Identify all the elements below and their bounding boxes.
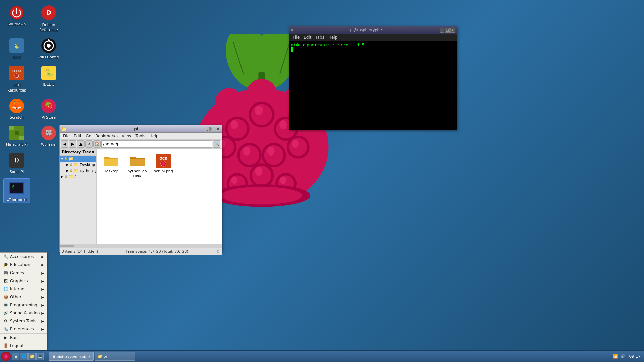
menu-item-internet[interactable]: 🌐 Internet ▶ xyxy=(0,285,47,293)
run-label: Run xyxy=(10,335,18,340)
fm-menu-file[interactable]: File xyxy=(61,133,72,139)
fm-address-bar[interactable]: /home/pi xyxy=(101,140,212,148)
desktop-icon-ocr[interactable]: OCR OCRResources xyxy=(3,64,30,94)
other-icon: 📦 xyxy=(3,294,8,300)
menu-item-system-tools[interactable]: ⚙ System Tools ▶ xyxy=(0,317,47,325)
taskbar-quick-terminal[interactable]: 💻 xyxy=(36,353,44,360)
menu-item-logout[interactable]: 🚪 Logout xyxy=(0,342,47,350)
fm-menu-edit[interactable]: Edit xyxy=(72,133,84,139)
terminal-cursor-line xyxy=(291,47,455,53)
menu-item-programming[interactable]: 💻 Programming ▶ xyxy=(0,301,47,309)
desktop-icon-shutdown[interactable]: Shutdown xyxy=(3,3,30,34)
desktop-icon-pistore[interactable]: 🍓 Pi Store xyxy=(35,97,62,121)
fm-status-icon: ⚙ xyxy=(217,250,220,253)
games-icon: 🎮 xyxy=(3,270,8,276)
taskbar-start-btn[interactable] xyxy=(1,352,11,361)
terminal-menu-help[interactable]: Help xyxy=(326,35,339,40)
menu-item-accessories[interactable]: 🔧 Accessories ▶ xyxy=(0,253,47,261)
fm-close-btn[interactable]: ✕ xyxy=(216,127,220,131)
menu-item-sound-video[interactable]: 🔊 Sound & Video ▶ xyxy=(0,309,47,317)
terminal-prompt-line: pi@raspberrypi:~$ scrot -d 5 xyxy=(291,42,455,47)
taskbar-quick-show-desktop[interactable]: 🖥 xyxy=(12,353,19,360)
fm-back-btn[interactable]: ◀ xyxy=(61,140,68,148)
desktop-icon-wolfram[interactable]: 🐺 Wolfram xyxy=(35,124,62,148)
ocr-label: OCRResources xyxy=(7,83,26,93)
fm-tree-item-desktop[interactable]: ▶ 🔒 📁 Desktop xyxy=(65,162,96,168)
fm-menu-help[interactable]: Help xyxy=(147,133,160,139)
terminal-menu-edit[interactable]: Edit xyxy=(302,35,313,40)
desktop-icon-debian[interactable]: D DebianReference xyxy=(35,3,62,34)
fm-search-btn[interactable]: 🔍 xyxy=(213,140,220,148)
fm-tree-item-pi[interactable]: ▼ 🔒 📁 pi xyxy=(60,156,96,162)
menu-item-graphics[interactable]: 🖼 Graphics ▶ xyxy=(0,277,47,285)
desktop-icon-scratch[interactable]: 🦊 Scratch xyxy=(3,97,30,121)
menu-item-education[interactable]: 🎓 Education ▶ xyxy=(0,261,47,269)
fm-forward-btn[interactable]: ▶ xyxy=(69,140,76,148)
fm-menu-go[interactable]: Go xyxy=(84,133,93,139)
fm-scrollbar-h[interactable] xyxy=(60,244,222,248)
desktop-icon-idle3[interactable]: 🐍 IDLE 3 xyxy=(35,64,62,94)
fm-menu-view[interactable]: View xyxy=(120,133,133,139)
fm-up-btn[interactable]: ▲ xyxy=(77,140,85,148)
ocr-pi-file-icon: OCR xyxy=(155,153,171,169)
pi-lock-icon: 🔒 xyxy=(64,157,68,160)
app-menu: 🔧 Accessories ▶ 🎓 Education ▶ 🎮 Games ▶ … xyxy=(0,252,47,350)
fm-menu-bookmarks[interactable]: Bookmarks xyxy=(93,133,120,139)
fm-status-space: Free space: 4.7 GB (Total: 7.6 GB) xyxy=(126,249,189,254)
taskbar-quick-files[interactable]: 📁 xyxy=(28,353,36,360)
games-arrow: ▶ xyxy=(41,271,44,275)
menu-item-run[interactable]: ▶ Run xyxy=(0,333,47,342)
fm-file-ocr-pi[interactable]: OCR ocr_pi.png xyxy=(152,152,175,179)
terminal-close-btn[interactable]: ✕ xyxy=(450,28,455,33)
menu-left-preferences: 🔩 Preferences xyxy=(3,326,34,332)
fm-file-python-games[interactable]: python_games xyxy=(125,152,149,179)
desktop-icon-row-7: $_ LXTerminal xyxy=(3,178,62,203)
desktop-tree-label: Desktop xyxy=(80,163,95,167)
debian-icon: D xyxy=(41,5,57,21)
desktop-icon-row-6: )) Sonic Pi xyxy=(3,151,62,175)
desktop-icon-idle[interactable]: 🐍 IDLE xyxy=(3,36,30,61)
fm-scrollbar-thumb[interactable] xyxy=(60,245,74,247)
python-lock-icon: 🔒 xyxy=(69,169,73,172)
graphics-arrow: ▶ xyxy=(41,279,44,283)
svg-point-45 xyxy=(231,120,238,129)
terminal-menu-file[interactable]: File xyxy=(291,35,302,40)
menu-item-preferences[interactable]: 🔩 Preferences ▶ xyxy=(0,325,47,333)
desktop-icon-lxterminal[interactable]: $_ LXTerminal xyxy=(3,178,30,203)
desktop-icon-minecraft[interactable]: Minecraft Pi xyxy=(3,124,30,148)
fm-home-btn[interactable]: 🏠 xyxy=(93,140,101,148)
fm-tree-item-python-games[interactable]: ▶ 🔒 📁 python_games xyxy=(65,168,96,174)
menu-left-games: 🎮 Games xyxy=(3,270,24,276)
desktop-icon-wifi[interactable]: WiFi Config xyxy=(35,36,62,61)
fm-tree-item-root[interactable]: ▶ 🔒 📁 / xyxy=(60,174,96,180)
desktop-icon-sonicpi[interactable]: )) Sonic Pi xyxy=(3,151,30,175)
games-label: Games xyxy=(10,270,24,275)
pistore-icon: 🍓 xyxy=(41,98,57,114)
terminal-minimize-btn[interactable]: _ xyxy=(440,28,444,33)
education-arrow: ▶ xyxy=(41,263,44,267)
fm-reload-btn[interactable]: ↺ xyxy=(85,140,93,148)
svg-point-63 xyxy=(255,167,263,176)
menu-item-games[interactable]: 🎮 Games ▶ xyxy=(0,269,47,277)
terminal-content[interactable]: pi@raspberrypi:~$ scrot -d 5 xyxy=(289,41,457,129)
fm-menu-tools[interactable]: Tools xyxy=(133,133,148,139)
system-tools-label: System Tools xyxy=(10,319,36,323)
fm-minimize-btn[interactable]: _ xyxy=(205,127,210,131)
tray-volume-icon[interactable]: 🔊 xyxy=(620,353,626,359)
terminal-menu-tabs[interactable]: Tabs xyxy=(313,35,326,40)
terminal-maximize-btn[interactable]: □ xyxy=(445,28,450,33)
minecraft-label: Minecraft Pi xyxy=(6,142,28,147)
menu-item-other[interactable]: 📦 Other ▶ xyxy=(0,293,47,301)
fm-sidebar-dropdown[interactable]: ▼ xyxy=(92,150,94,154)
taskbar-quick-launch: 🖥 🌐 📁 💻 xyxy=(12,353,44,360)
idle3-label: IDLE 3 xyxy=(43,82,54,87)
tray-network-icon[interactable]: 📶 xyxy=(612,353,618,359)
svg-rect-19 xyxy=(9,126,14,130)
sound-video-icon: 🔊 xyxy=(3,310,8,316)
taskbar-quick-browser[interactable]: 🌐 xyxy=(20,353,28,360)
fm-file-desktop[interactable]: Desktop xyxy=(99,152,123,179)
taskbar-pi-btn[interactable]: 📁 pi xyxy=(95,352,135,361)
fm-maximize-btn[interactable]: □ xyxy=(210,127,215,131)
taskbar-terminal-btn[interactable]: 🖥 pi@raspberrypi: ~ xyxy=(49,352,94,361)
desktop-folder-icon: 📁 xyxy=(74,162,79,167)
